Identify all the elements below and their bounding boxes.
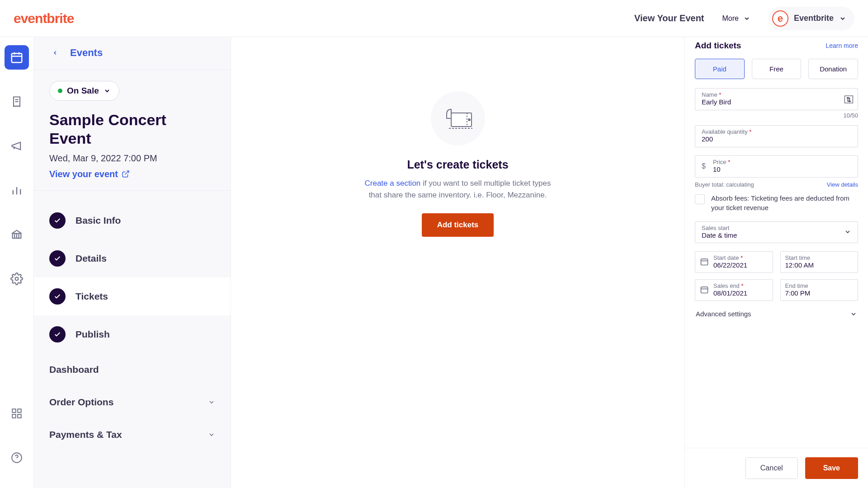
user-menu[interactable]: e Eventbrite [769, 7, 854, 30]
end-time-value: 7:00 PM [785, 289, 854, 297]
step-label: Basic Info [75, 215, 121, 226]
rail-reports-icon[interactable] [5, 178, 29, 202]
advanced-label: Advanced settings [696, 310, 751, 318]
chevron-down-icon [839, 15, 846, 22]
rail-finance-icon[interactable] [5, 222, 29, 247]
rail-marketing-icon[interactable] [5, 134, 29, 158]
start-time-label: Start time [785, 254, 854, 261]
rail-events-icon[interactable] [5, 45, 29, 70]
check-icon [49, 212, 66, 229]
sidebar-payments-tax[interactable]: Payments & Tax [34, 418, 231, 451]
sidebar-step-basic-info[interactable]: Basic Info [34, 202, 231, 239]
chevron-left-icon [52, 50, 58, 56]
main-content: Let's create tickets Create a section if… [231, 37, 685, 488]
view-your-event-sidebar-link[interactable]: View your event [49, 169, 215, 179]
svg-rect-0 [12, 53, 22, 62]
external-link-icon [122, 170, 130, 178]
svg-rect-15 [18, 409, 21, 413]
tab-paid[interactable]: Paid [695, 59, 745, 79]
panel-title: Add tickets [695, 41, 741, 51]
absorb-fees-row: Absorb fees: Ticketing fees are deducted… [695, 193, 858, 212]
rail-help-icon[interactable] [5, 446, 29, 470]
create-section-link[interactable]: Create a section [365, 179, 421, 188]
sales-start-label: Sales start [702, 225, 737, 231]
name-input[interactable] [702, 98, 851, 106]
svg-rect-26 [701, 287, 708, 293]
sidebar-step-publish[interactable]: Publish [34, 315, 231, 353]
quantity-input[interactable] [702, 135, 851, 143]
main-heading: Let's create tickets [407, 158, 508, 171]
start-time-field[interactable]: Start time 12:00 AM [780, 251, 859, 273]
price-field[interactable]: $ Price * [695, 155, 858, 178]
end-date-field[interactable]: Sales end * 08/01/2021 [695, 279, 773, 301]
divider [34, 190, 231, 191]
logo[interactable]: eventbrite [14, 11, 74, 26]
view-your-event-link[interactable]: View Your Event [634, 13, 704, 23]
chevron-down-icon [743, 15, 750, 22]
svg-rect-24 [701, 259, 708, 265]
svg-rect-16 [12, 414, 16, 418]
tab-donation[interactable]: Donation [808, 59, 858, 79]
save-button[interactable]: Save [805, 457, 858, 479]
view-details-link[interactable]: View details [827, 181, 858, 188]
more-label: More [722, 14, 739, 23]
quantity-field[interactable]: Available quantity * [695, 125, 858, 147]
rail-settings-icon[interactable] [5, 267, 29, 291]
end-date-value: 08/01/2021 [713, 289, 768, 297]
step-label: Details [75, 253, 107, 264]
svg-rect-17 [18, 414, 21, 418]
rail-apps-icon[interactable] [5, 401, 29, 426]
back-label: Events [70, 47, 103, 59]
calendar-icon [700, 285, 709, 294]
sidebar-step-tickets[interactable]: Tickets [34, 277, 231, 315]
icon-rail [0, 37, 34, 488]
absorb-fees-label: Absorb fees: Ticketing fees are deducted… [711, 193, 858, 212]
more-menu[interactable]: More [722, 14, 750, 23]
avatar: e [772, 10, 788, 27]
sales-start-value: Date & time [702, 231, 737, 239]
rail-orders-icon[interactable] [5, 89, 29, 114]
user-name-label: Eventbrite [794, 14, 834, 23]
price-input[interactable] [713, 165, 851, 173]
calendar-icon [700, 257, 709, 266]
add-tickets-button[interactable]: Add tickets [422, 213, 494, 237]
absorb-fees-checkbox[interactable] [695, 194, 705, 204]
chevron-down-icon [844, 228, 851, 235]
end-time-field[interactable]: End time 7:00 PM [780, 279, 859, 301]
svg-rect-14 [12, 409, 16, 413]
status-label: On Sale [67, 86, 99, 96]
status-chip[interactable]: On Sale [49, 81, 119, 101]
sub-text: Create a section if you want to sell mul… [363, 178, 553, 201]
check-icon [49, 288, 66, 305]
price-label: Price * [713, 159, 851, 165]
name-field[interactable]: Name * ⇅ [695, 88, 858, 110]
sidebar-dashboard[interactable]: Dashboard [34, 353, 231, 386]
sidebar: Events On Sale Sample Concert Event Wed,… [34, 37, 231, 488]
quantity-label: Available quantity * [702, 128, 851, 135]
name-label: Name * [702, 91, 851, 98]
sidebar-order-options[interactable]: Order Options [34, 386, 231, 418]
start-date-field[interactable]: Start date * 06/22/2021 [695, 251, 773, 273]
buyer-total-label: Buyer total: calculating [695, 181, 754, 188]
tab-free[interactable]: Free [752, 59, 802, 79]
sidebar-step-details[interactable]: Details [34, 239, 231, 277]
header-right: View Your Event More e Eventbrite [634, 7, 854, 30]
order-options-label: Order Options [49, 397, 113, 408]
svg-point-13 [15, 277, 19, 281]
cancel-button[interactable]: Cancel [745, 457, 798, 479]
sales-start-select[interactable]: Sales start Date & time [695, 221, 858, 243]
event-date: Wed, Mar 9, 2022 7:00 PM [49, 153, 215, 164]
learn-more-link[interactable]: Learn more [826, 42, 858, 49]
check-icon [49, 326, 66, 343]
field-action-icon[interactable]: ⇅ [844, 95, 853, 103]
back-to-events[interactable]: Events [47, 47, 218, 59]
advanced-settings-toggle[interactable]: Advanced settings [695, 307, 858, 320]
status-dot-icon [58, 89, 62, 93]
check-icon [49, 250, 66, 267]
svg-line-20 [125, 171, 128, 174]
end-time-label: End time [785, 282, 854, 289]
view-event-label: View your event [49, 169, 118, 179]
chevron-down-icon [208, 399, 215, 406]
panel-footer: Cancel Save [685, 448, 868, 488]
svg-point-22 [468, 119, 470, 121]
